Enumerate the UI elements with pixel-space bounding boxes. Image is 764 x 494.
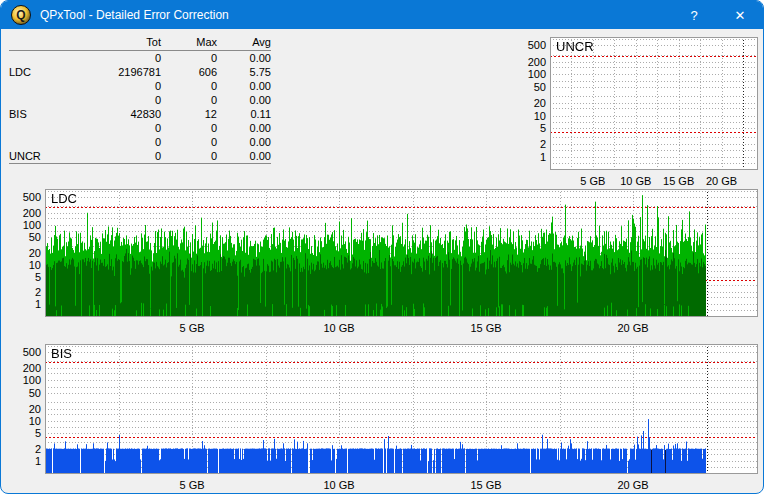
bis-ytick-20: 20: [3, 403, 41, 415]
stats-cell-avg: 0.00: [217, 122, 271, 134]
stats-cell-tot: 0: [71, 122, 161, 134]
stats-cell-label: UNCR: [9, 150, 71, 162]
stats-cell-tot: 0: [71, 94, 161, 106]
stats-row: 000.00: [9, 93, 271, 107]
uncr-xtick-20gb: 20 GB: [696, 175, 748, 187]
stats-row: 000.00: [9, 79, 271, 93]
ldc-ytick-1: 1: [3, 298, 41, 310]
bis-ytick-50: 50: [3, 387, 41, 399]
ldc-ytick-2: 2: [3, 286, 41, 298]
stats-row-bis: BIS42830120.11: [9, 107, 271, 121]
ldc-ytick-500: 500: [3, 191, 41, 203]
stats-cell-label: LDC: [9, 66, 71, 78]
bis-plot-canvas: [45, 344, 758, 474]
stats-row: 000.00: [9, 51, 271, 65]
stats-header-max: Max: [161, 36, 217, 48]
close-button[interactable]: ✕: [717, 1, 763, 29]
window-title: QPxTool - Detailed Error Correction: [40, 8, 671, 22]
uncr-ytick-5: 5: [508, 122, 546, 134]
stats-cell-label: BIS: [9, 108, 71, 120]
ldc-ytick-200: 200: [3, 207, 41, 219]
uncr-plot-canvas: [550, 37, 758, 170]
stats-cell-avg: 0.00: [217, 52, 271, 64]
uncr-ytick-2: 2: [508, 138, 546, 150]
stats-header-avg: Avg: [217, 36, 271, 48]
ldc-xtick-20gb: 20 GB: [607, 322, 659, 334]
bis-xtick-5gb: 5 GB: [166, 479, 218, 491]
bis-xtick-15gb: 15 GB: [460, 479, 512, 491]
titlebar: Q QPxTool - Detailed Error Correction ? …: [1, 1, 763, 29]
stats-cell-tot: 42830: [71, 108, 161, 120]
stats-header-row: TotMaxAvg: [9, 34, 271, 51]
stats-cell-max: 0: [161, 80, 217, 92]
stats-cell-max: 606: [161, 66, 217, 78]
stats-cell-tot: 0: [71, 136, 161, 148]
uncr-ytick-1: 1: [508, 151, 546, 163]
stats-cell-avg: 0.00: [217, 136, 271, 148]
stats-cell-tot: 0: [71, 52, 161, 64]
bis-ytick-1: 1: [3, 455, 41, 467]
ldc-xtick-15gb: 15 GB: [460, 322, 512, 334]
stats-row-uncr: UNCR000.00: [9, 149, 271, 164]
stats-cell-max: 0: [161, 122, 217, 134]
stats-cell-tot: 0: [71, 150, 161, 162]
help-button[interactable]: ?: [671, 1, 717, 29]
stats-row: 000.00: [9, 135, 271, 149]
uncr-ytick-20: 20: [508, 97, 546, 109]
bis-xtick-10gb: 10 GB: [313, 479, 365, 491]
stats-cell-avg: 0.00: [217, 80, 271, 92]
bis-ytick-500: 500: [3, 346, 41, 358]
chart-title-uncr: UNCR: [556, 39, 594, 54]
bis-ytick-10: 10: [3, 415, 41, 427]
stats-cell-avg: 5.75: [217, 66, 271, 78]
qpxtool-window: Q QPxTool - Detailed Error Correction ? …: [0, 0, 764, 494]
stats-header-tot: Tot: [71, 36, 161, 48]
bis-ytick-5: 5: [3, 427, 41, 439]
ldc-ytick-50: 50: [3, 231, 41, 243]
uncr-ytick-200: 200: [508, 56, 546, 68]
ldc-ytick-10: 10: [3, 259, 41, 271]
stats-cell-avg: 0.00: [217, 150, 271, 162]
stats-cell-tot: 2196781: [71, 66, 161, 78]
stats-cell-max: 0: [161, 150, 217, 162]
stats-cell-max: 0: [161, 136, 217, 148]
stats-cell-max: 0: [161, 52, 217, 64]
stats-cell-tot: 0: [71, 80, 161, 92]
bis-xtick-20gb: 20 GB: [607, 479, 659, 491]
stats-cell-avg: 0.11: [217, 108, 271, 120]
uncr-ytick-100: 100: [508, 68, 546, 80]
ldc-plot-canvas: [45, 189, 758, 317]
stats-row: 000.00: [9, 121, 271, 135]
error-stats-table: TotMaxAvg000.00LDC21967816065.75000.0000…: [9, 34, 271, 164]
chart-title-ldc: LDC: [51, 191, 77, 206]
ldc-ytick-100: 100: [3, 219, 41, 231]
app-icon: Q: [11, 5, 31, 25]
uncr-ytick-50: 50: [508, 81, 546, 93]
uncr-ytick-500: 500: [508, 39, 546, 51]
ldc-xtick-10gb: 10 GB: [313, 322, 365, 334]
bis-ytick-2: 2: [3, 443, 41, 455]
stats-cell-max: 0: [161, 94, 217, 106]
bis-ytick-100: 100: [3, 374, 41, 386]
stats-cell-max: 12: [161, 108, 217, 120]
stats-row-ldc: LDC21967816065.75: [9, 65, 271, 79]
ldc-ytick-20: 20: [3, 247, 41, 259]
uncr-ytick-10: 10: [508, 110, 546, 122]
stats-cell-avg: 0.00: [217, 94, 271, 106]
ldc-xtick-5gb: 5 GB: [166, 322, 218, 334]
ldc-ytick-5: 5: [3, 271, 41, 283]
chart-title-bis: BIS: [51, 346, 72, 361]
bis-ytick-200: 200: [3, 362, 41, 374]
